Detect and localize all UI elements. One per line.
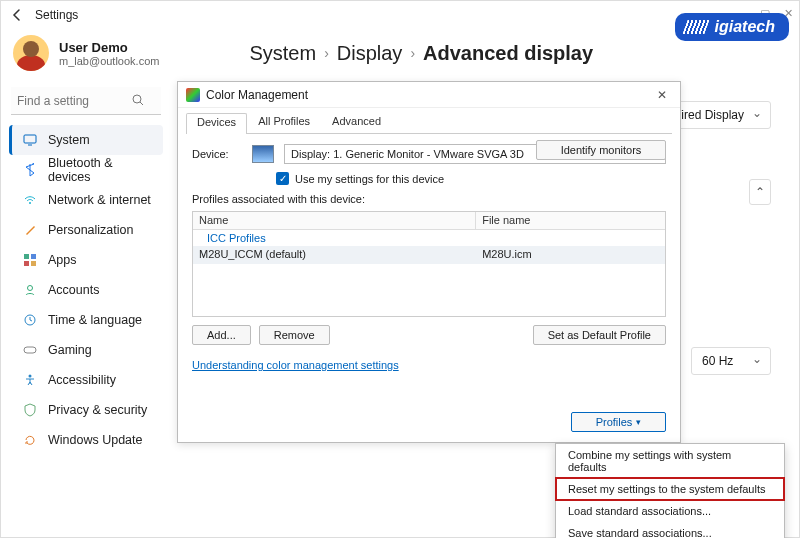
group-header-icc: ICC Profiles <box>193 230 665 246</box>
use-my-settings-label: Use my settings for this device <box>295 173 444 185</box>
device-select-value: Display: 1. Generic Monitor - VMware SVG… <box>291 148 524 160</box>
apps-icon <box>22 252 38 268</box>
user-email: m_lab@outlook.com <box>59 55 159 67</box>
sidebar-item-accounts[interactable]: Accounts <box>9 275 163 305</box>
profiles-context-menu: Combine my settings with system defaults… <box>555 443 785 538</box>
person-icon <box>22 282 38 298</box>
sidebar-item-label: Personalization <box>48 223 133 237</box>
display-select-value: Wired Display <box>670 108 744 122</box>
svg-rect-1 <box>24 135 36 143</box>
svg-rect-9 <box>24 347 36 353</box>
column-filename[interactable]: File name <box>476 212 665 229</box>
ctx-load-standard[interactable]: Load standard associations... <box>556 500 784 522</box>
color-icon <box>186 88 200 102</box>
brush-icon <box>22 222 38 238</box>
svg-point-10 <box>29 375 32 378</box>
sidebar-item-label: Accessibility <box>48 373 116 387</box>
system-icon <box>22 132 38 148</box>
profiles-button[interactable]: Profiles <box>571 412 666 432</box>
wifi-icon <box>22 192 38 208</box>
breadcrumb: System › Display › Advanced display <box>249 42 593 65</box>
sidebar-item-label: Windows Update <box>48 433 143 447</box>
sidebar-item-update[interactable]: Windows Update <box>9 425 163 455</box>
tab-all-profiles[interactable]: All Profiles <box>247 112 321 133</box>
remove-button[interactable]: Remove <box>259 325 330 345</box>
back-icon[interactable] <box>9 7 25 23</box>
sidebar-item-label: Apps <box>48 253 77 267</box>
color-management-dialog: Color Management ✕ Devices All Profiles … <box>177 81 681 443</box>
sidebar-item-label: Bluetooth & devices <box>48 156 157 184</box>
dialog-body: Device: Display: 1. Generic Monitor - VM… <box>178 134 680 381</box>
sidebar-item-label: Gaming <box>48 343 92 357</box>
sidebar-item-gaming[interactable]: Gaming <box>9 335 163 365</box>
monitor-icon <box>252 145 274 163</box>
bluetooth-icon <box>22 162 38 178</box>
sidebar-item-bluetooth[interactable]: Bluetooth & devices <box>9 155 163 185</box>
settings-window: Settings — ▢ ✕ igiatech User Demo m_lab@… <box>0 0 800 538</box>
sidebar-item-label: System <box>48 133 90 147</box>
window-title: Settings <box>35 8 78 22</box>
sidebar-item-time[interactable]: Time & language <box>9 305 163 335</box>
sidebar-item-label: Time & language <box>48 313 142 327</box>
brand-badge: igiatech <box>675 13 789 41</box>
sidebar-item-apps[interactable]: Apps <box>9 245 163 275</box>
breadcrumb-system[interactable]: System <box>249 42 316 65</box>
search-icon <box>131 93 145 107</box>
dialog-titlebar: Color Management ✕ <box>178 82 680 108</box>
set-default-button[interactable]: Set as Default Profile <box>533 325 666 345</box>
svg-rect-4 <box>31 254 36 259</box>
sidebar-item-system[interactable]: System <box>9 125 163 155</box>
table-row[interactable]: M28U_ICCM (default) M28U.icm <box>193 246 665 264</box>
ctx-combine[interactable]: Combine my settings with system defaults <box>556 444 784 478</box>
understanding-link[interactable]: Understanding color management settings <box>192 359 399 371</box>
breadcrumb-advanced-display: Advanced display <box>423 42 593 65</box>
ctx-save-standard[interactable]: Save standard associations... <box>556 522 784 538</box>
refresh-rate-value: 60 Hz <box>702 354 733 368</box>
use-my-settings-checkbox[interactable]: ✓ <box>276 172 289 185</box>
user-name: User Demo <box>59 40 159 55</box>
sidebar-item-label: Network & internet <box>48 193 151 207</box>
svg-rect-6 <box>31 261 36 266</box>
sidebar: System Bluetooth & devices Network & int… <box>1 81 169 455</box>
sidebar-item-personalization[interactable]: Personalization <box>9 215 163 245</box>
dialog-tabs: Devices All Profiles Advanced <box>186 112 672 134</box>
avatar[interactable] <box>13 35 49 71</box>
svg-point-2 <box>29 202 31 204</box>
refresh-rate-select[interactable]: 60 Hz <box>691 347 771 375</box>
expand-chevron-icon[interactable]: ⌃ <box>749 179 771 205</box>
add-button[interactable]: Add... <box>192 325 251 345</box>
user-block[interactable]: User Demo m_lab@outlook.com <box>59 40 159 67</box>
svg-rect-5 <box>24 261 29 266</box>
device-label: Device: <box>192 148 242 160</box>
accessibility-icon <box>22 372 38 388</box>
sidebar-item-label: Privacy & security <box>48 403 147 417</box>
identify-monitors-button[interactable]: Identify monitors <box>536 140 666 160</box>
tab-advanced[interactable]: Advanced <box>321 112 392 133</box>
chevron-right-icon: › <box>324 45 329 61</box>
profiles-associated-label: Profiles associated with this device: <box>192 193 666 205</box>
ctx-reset-defaults[interactable]: Reset my settings to the system defaults <box>555 477 785 501</box>
gamepad-icon <box>22 342 38 358</box>
profiles-table: Name File name ICC Profiles M28U_ICCM (d… <box>192 211 666 317</box>
cell-profile-file: M28U.icm <box>476 246 665 264</box>
dialog-title: Color Management <box>206 88 308 102</box>
chevron-right-icon: › <box>410 45 415 61</box>
sidebar-item-privacy[interactable]: Privacy & security <box>9 395 163 425</box>
svg-point-0 <box>133 95 141 103</box>
close-icon[interactable]: ✕ <box>652 88 672 102</box>
cell-profile-name: M28U_ICCM (default) <box>193 246 476 264</box>
sidebar-item-network[interactable]: Network & internet <box>9 185 163 215</box>
tab-devices[interactable]: Devices <box>186 113 247 134</box>
breadcrumb-display[interactable]: Display <box>337 42 403 65</box>
clock-icon <box>22 312 38 328</box>
column-name[interactable]: Name <box>193 212 476 229</box>
shield-icon <box>22 402 38 418</box>
svg-point-7 <box>28 286 33 291</box>
svg-rect-3 <box>24 254 29 259</box>
sidebar-item-label: Accounts <box>48 283 99 297</box>
sidebar-item-accessibility[interactable]: Accessibility <box>9 365 163 395</box>
update-icon <box>22 432 38 448</box>
